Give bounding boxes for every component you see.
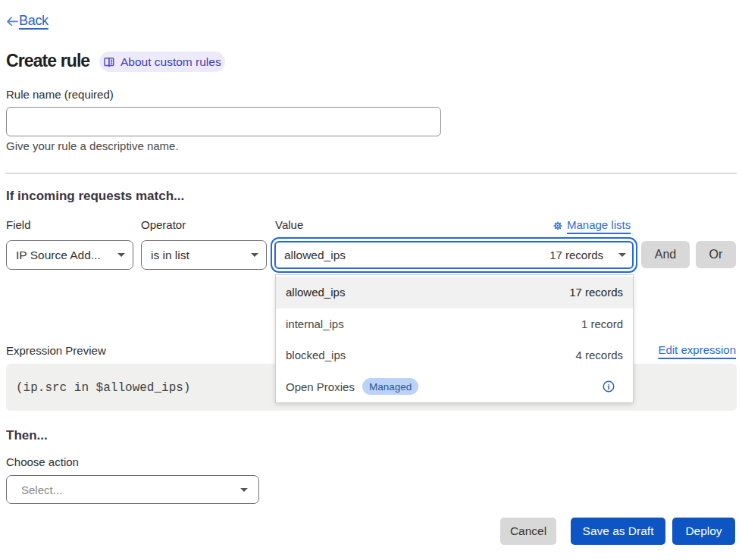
svg-text:i: i bbox=[608, 383, 610, 391]
